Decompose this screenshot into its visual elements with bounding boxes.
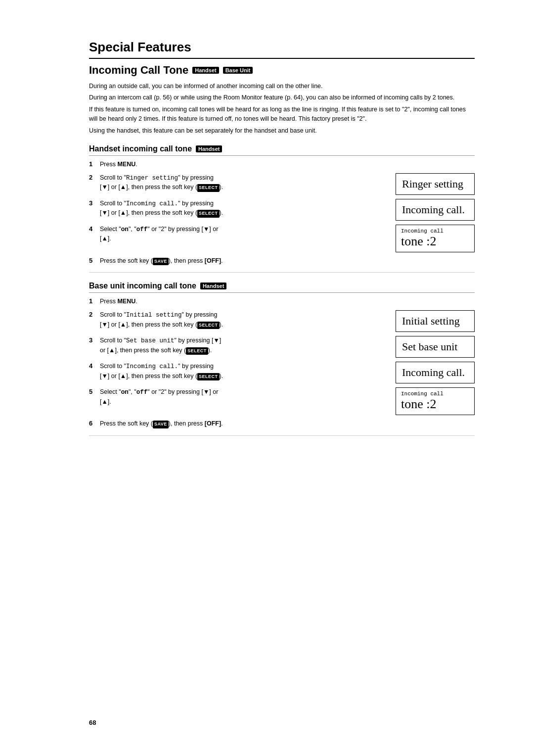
handset-badge: Handset xyxy=(196,145,222,152)
screen-set-base-unit: Set base unit xyxy=(396,336,475,358)
handset-step-4: 4 Select "on", "off" or "2" by pressing … xyxy=(89,225,475,252)
page-container: Special Features Incoming Call Tone Hand… xyxy=(0,0,534,756)
intro-para-1: During an outside call, you can be infor… xyxy=(89,82,475,91)
handset-step-5: 5 Press the soft key (SAVE), then press … xyxy=(89,256,475,266)
base-step-3: 3 Scroll to "Set base unit" by pressing … xyxy=(89,336,475,358)
step-num: 3 xyxy=(89,199,100,207)
base-step-2: 2 Scroll to "Initial setting" by pressin… xyxy=(89,310,475,332)
base-step-4: 4 Scroll to "Incoming call." by pressing… xyxy=(89,362,475,383)
step-text: Select "on", "off" or "2" by pressing [▼… xyxy=(100,387,376,407)
step-text: Press MENU. xyxy=(100,297,137,306)
handset-section-title: Handset incoming call tone Handset xyxy=(89,144,475,156)
badge-handset: Handset xyxy=(192,67,219,74)
handset-step-3: 3 Scroll to "Incoming call." by pressing… xyxy=(89,199,475,221)
base-step-6: 6 Press the soft key (SAVE), then press … xyxy=(89,419,475,428)
step-num: 1 xyxy=(89,297,100,305)
base-unit-section-title: Base unit incoming call tone Handset xyxy=(89,282,475,293)
intro-para-2: During an intercom call (p. 56) or while… xyxy=(89,93,475,102)
step-num: 1 xyxy=(89,160,100,168)
step-text: Press the soft key (SAVE), then press [O… xyxy=(100,256,223,266)
section-divider xyxy=(89,272,475,273)
step-num: 5 xyxy=(89,257,100,264)
base-unit-steps: 1 Press MENU. 2 Scroll to "Initial setti… xyxy=(89,297,475,428)
intro-para-3: If this feature is turned on, incoming c… xyxy=(89,105,475,124)
step-num: 4 xyxy=(89,225,100,233)
step-text: Press the soft key (SAVE), then press [O… xyxy=(100,419,223,428)
screen-tone-base: Incoming call tone :2 xyxy=(396,387,475,415)
step-num: 2 xyxy=(89,311,100,318)
step-text: Scroll to "Ringer setting" by pressing[▼… xyxy=(100,173,376,192)
screen-incoming-call-base: Incoming call. xyxy=(396,362,475,383)
feature-title-text: Incoming Call Tone xyxy=(89,64,188,77)
step-text: Scroll to "Incoming call." by pressing[▼… xyxy=(100,362,376,381)
handset-step-2: 2 Scroll to "Ringer setting" by pressing… xyxy=(89,173,475,195)
handset-steps: 1 Press MENU. 2 Scroll to "Ringer settin… xyxy=(89,160,475,266)
screen-initial-setting: Initial setting xyxy=(396,310,475,332)
screen-tone-handset: Incoming call tone :2 xyxy=(396,225,475,252)
base-unit-badge: Handset xyxy=(200,283,226,289)
step-num: 4 xyxy=(89,362,100,370)
handset-step-1: 1 Press MENU. xyxy=(89,160,475,169)
bottom-divider xyxy=(89,435,475,436)
intro-para-4: Using the handset, this feature can be s… xyxy=(89,126,475,136)
step-num: 3 xyxy=(89,336,100,344)
screen-incoming-call-handset: Incoming call. xyxy=(396,199,475,221)
step-text: Press MENU. xyxy=(100,160,475,169)
screen-ringer-setting: Ringer setting xyxy=(396,173,475,195)
badge-base-unit: Base Unit xyxy=(223,67,253,74)
section-title: Special Features xyxy=(89,40,475,59)
step-text: Select "on", "off" or "2" by pressing [▼… xyxy=(100,225,376,244)
step-text: Scroll to "Initial setting" by pressing[… xyxy=(100,310,376,330)
step-num: 6 xyxy=(89,420,100,427)
page-number: 68 xyxy=(89,719,96,726)
step-num: 5 xyxy=(89,388,100,395)
feature-title: Incoming Call Tone Handset Base Unit xyxy=(89,64,475,77)
step-num: 2 xyxy=(89,174,100,181)
step-text: Scroll to "Set base unit" by pressing [▼… xyxy=(100,336,376,355)
base-step-1: 1 Press MENU. xyxy=(89,297,475,306)
base-step-5: 5 Select "on", "off" or "2" by pressing … xyxy=(89,387,475,415)
step-text: Scroll to "Incoming call." by pressing[▼… xyxy=(100,199,376,218)
